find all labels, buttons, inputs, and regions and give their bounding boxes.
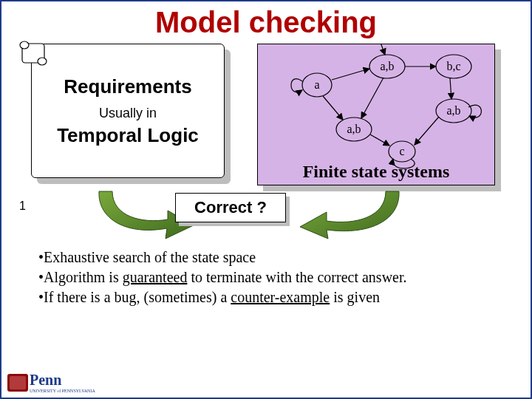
fsm-content: a a,b b,c a,b a,b c Finite state systems	[257, 44, 495, 185]
node-label: a,b	[380, 60, 394, 72]
logo-text-wrap: Penn UNIVERSITY of PENNSYLVANIA	[30, 372, 95, 393]
requirements-box: Requirements Usually in Temporal Logic	[31, 44, 231, 184]
top-row: Requirements Usually in Temporal Logic	[1, 41, 531, 191]
node-label: b,c	[446, 60, 460, 72]
fsm-caption: Finite state systems	[258, 162, 494, 182]
text: •If there is a bug, (sometimes) a	[38, 289, 231, 305]
scroll-icon	[15, 35, 52, 72]
slide-number: 1	[19, 200, 26, 213]
node-label: a,b	[347, 123, 361, 135]
underlined-text: counter-example	[231, 289, 330, 305]
requirements-main: Temporal Logic	[57, 124, 199, 147]
node-label: a,b	[446, 104, 460, 117]
requirements-heading: Requirements	[64, 75, 191, 98]
requirements-content: Requirements Usually in Temporal Logic	[31, 44, 225, 178]
logo-subtext: UNIVERSITY of PENNSYLVANIA	[30, 389, 95, 393]
text: •Algorithm is	[38, 269, 123, 285]
svg-line-15	[370, 134, 389, 146]
svg-line-9	[332, 69, 369, 80]
svg-line-13	[361, 78, 383, 118]
fsm-box: a a,b b,c a,b a,b c Finite state systems	[257, 44, 501, 191]
svg-point-1	[20, 41, 29, 49]
underlined-text: guaranteed	[123, 269, 188, 285]
bullet-2: •Algorithm is guaranteed to terminate wi…	[38, 267, 499, 287]
penn-logo: Penn UNIVERSITY of PENNSYLVANIA	[7, 372, 95, 393]
svg-line-12	[323, 96, 343, 120]
svg-line-11	[380, 44, 385, 55]
text: is given	[330, 289, 380, 305]
bullet-3: •If there is a bug, (sometimes) a counte…	[38, 287, 499, 307]
slide-title: Model checking	[1, 1, 531, 41]
arrows-zone: Correct ?	[1, 191, 531, 243]
svg-line-16	[415, 117, 439, 145]
svg-point-2	[38, 58, 47, 65]
node-label: c	[399, 145, 404, 157]
correct-label: Correct ?	[175, 193, 286, 222]
bullet-list: •Exhaustive search of the state space •A…	[1, 243, 531, 307]
requirements-sub: Usually in	[99, 106, 157, 121]
text: to terminate with the correct answer.	[187, 269, 406, 285]
bullet-1: •Exhaustive search of the state space	[38, 248, 499, 267]
logo-text: Penn	[30, 372, 95, 389]
node-label: a	[314, 78, 319, 91]
shield-icon	[7, 374, 28, 392]
svg-line-14	[450, 78, 451, 99]
